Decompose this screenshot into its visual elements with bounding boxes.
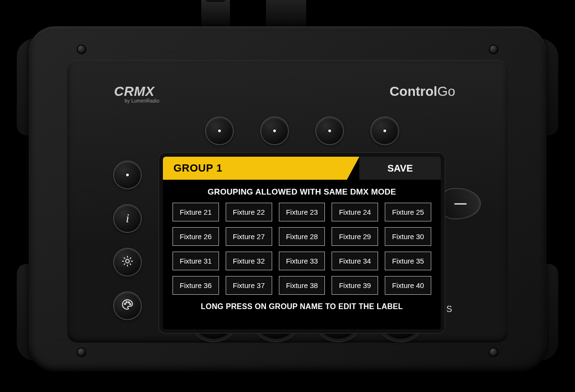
screw-icon (77, 45, 86, 54)
fixture-cell[interactable]: Fixture 24 (332, 203, 378, 221)
svg-point-1 (125, 303, 126, 305)
gear-icon (121, 254, 134, 270)
svg-point-4 (130, 304, 131, 305)
device-chassis: CRMX by LumenRadio ControlGo i (29, 26, 546, 371)
svg-point-3 (128, 302, 130, 303)
soft-button-3[interactable] (316, 117, 343, 144)
lcd-screen: GROUP 1 SAVE GROUPING ALLOWED WITH SAME … (163, 157, 441, 329)
group-title[interactable]: GROUP 1 (163, 157, 359, 180)
svg-point-0 (126, 259, 129, 263)
fixture-cell[interactable]: Fixture 35 (385, 252, 431, 270)
fixture-cell[interactable]: Fixture 36 (172, 276, 219, 295)
fixture-cell[interactable]: Fixture 34 (332, 252, 378, 270)
soft-button-1[interactable] (206, 117, 233, 144)
fixture-cell[interactable]: Fixture 22 (226, 203, 272, 221)
product-name-light: Go (437, 84, 455, 99)
crmx-logo: CRMX by LumenRadio (114, 84, 160, 104)
palette-icon (121, 298, 134, 313)
soft-button-2[interactable] (261, 117, 288, 144)
fixture-cell[interactable]: Fixture 26 (172, 227, 219, 246)
fixture-cell[interactable]: Fixture 37 (226, 276, 272, 295)
lcd-subtitle: GROUPING ALLOWED WITH SAME DMX MODE (163, 180, 441, 203)
side-button-settings[interactable] (114, 249, 141, 276)
fixture-cell[interactable]: Fixture 29 (332, 227, 378, 246)
screw-icon (77, 347, 86, 357)
fixture-cell[interactable]: Fixture 28 (279, 227, 325, 246)
fixture-cell[interactable]: Fixture 39 (332, 276, 378, 295)
side-button-palette[interactable] (114, 292, 141, 319)
lcd-footer: LONG PRESS ON GROUP NAME TO EDIT THE LAB… (163, 295, 441, 311)
fixture-cell[interactable]: Fixture 32 (226, 252, 272, 270)
crmx-logo-text: CRMX (114, 84, 160, 99)
lcd-header: GROUP 1 SAVE (163, 157, 441, 180)
fixture-cell[interactable]: Fixture 25 (385, 203, 431, 221)
fixture-cell[interactable]: Fixture 40 (385, 276, 431, 295)
screw-icon (489, 347, 498, 357)
svg-point-2 (126, 301, 127, 303)
fixture-cell[interactable]: Fixture 30 (385, 227, 431, 246)
fixture-cell[interactable]: Fixture 21 (172, 203, 219, 221)
product-name: ControlGo (390, 84, 455, 99)
side-button-info[interactable]: i (114, 205, 141, 232)
product-name-bold: Control (390, 84, 437, 99)
fixture-cell[interactable]: Fixture 31 (172, 252, 219, 270)
fixture-cell[interactable]: Fixture 38 (279, 276, 325, 295)
side-button-select[interactable] (114, 161, 141, 188)
soft-button-4[interactable] (371, 117, 398, 144)
fixture-cell[interactable]: Fixture 23 (279, 203, 325, 221)
info-icon: i (126, 211, 129, 226)
fixture-grid: Fixture 21Fixture 22Fixture 23Fixture 24… (163, 203, 441, 295)
fixture-cell[interactable]: Fixture 27 (226, 227, 272, 246)
antenna-connector-small (201, 0, 230, 29)
save-button[interactable]: SAVE (359, 157, 441, 180)
fixture-cell[interactable]: Fixture 33 (279, 252, 325, 270)
screw-icon (489, 45, 498, 54)
